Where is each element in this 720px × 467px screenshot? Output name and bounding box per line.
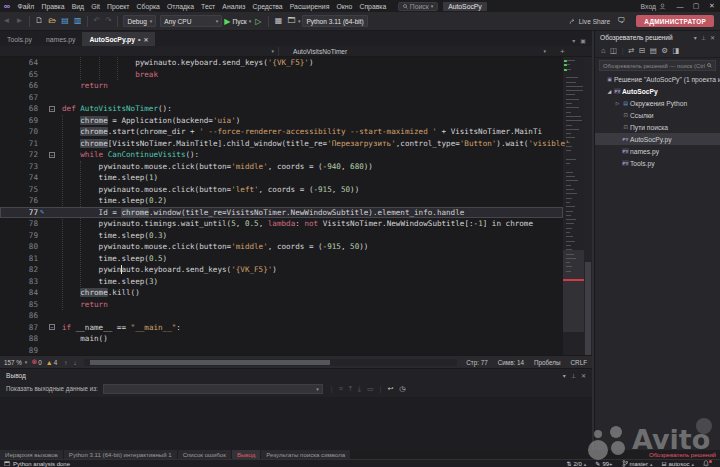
git-repo-selector[interactable]: ⊟ autosoc ▴ xyxy=(661,460,694,467)
code-line[interactable]: 87−if __name__ == "__main__": xyxy=(0,322,563,334)
menu-item[interactable]: Вид xyxy=(68,3,87,10)
new-file-icon[interactable]: 🗋 xyxy=(33,16,46,26)
panel-options-chevron-icon[interactable]: ▾ xyxy=(694,34,697,41)
save-icon[interactable]: ▤ xyxy=(59,16,72,26)
code-line[interactable]: 74 time.sleep(1) xyxy=(0,172,563,184)
go-next-message-icon[interactable]: ⤓ xyxy=(355,385,364,393)
vertical-scrollbar-thumb[interactable] xyxy=(585,262,591,355)
nav-member-dropdown[interactable]: AutoVisitsNoTimer ▾ xyxy=(278,47,550,56)
code-line[interactable]: 64 pywinauto.keyboard.send_keys('{VK_F5}… xyxy=(0,57,563,69)
code-line[interactable]: 75 pywinauto.mouse.click(button='left', … xyxy=(0,184,563,196)
code-line[interactable]: 69 chrome = Application(backend='uia') xyxy=(0,115,563,127)
start-without-debug-icon[interactable]: ▷ xyxy=(251,17,265,26)
show-all-files-icon[interactable]: ▤ xyxy=(650,46,657,55)
autoscroll-icon[interactable]: ◷ xyxy=(396,385,408,393)
menu-item[interactable]: Средства xyxy=(249,3,286,10)
menu-item[interactable]: Тест xyxy=(198,3,219,10)
tree-item[interactable]: ⊡Ссылки xyxy=(595,109,720,121)
menu-item[interactable]: Git xyxy=(88,3,104,10)
code-line[interactable]: 89 xyxy=(0,345,563,356)
code-line[interactable]: 79 time.sleep(0.3) xyxy=(0,230,563,242)
notifications-button[interactable] xyxy=(703,460,712,467)
solution-explorer-toolbar-icon[interactable]: ▦ xyxy=(272,16,285,26)
pin-icon[interactable]: ⊥ xyxy=(571,372,576,379)
warning-count[interactable]: 4 xyxy=(53,359,62,366)
maximize-button[interactable]: ▢ xyxy=(688,2,704,10)
preview-selected-icon[interactable]: ◨ xyxy=(673,46,680,55)
menu-item[interactable]: Правка xyxy=(38,3,68,10)
code-line[interactable]: 67 xyxy=(0,92,563,104)
code-line[interactable]: 80 pywinauto.mouse.click(button='middle'… xyxy=(0,241,563,253)
editor-tab[interactable]: AutoSocPy.py•✕ xyxy=(82,32,155,46)
menu-item[interactable]: Расширения xyxy=(286,3,333,10)
solution-name-badge[interactable]: AutoSocPy xyxy=(443,2,487,11)
tree-item[interactable]: PYAutoSocPy.py xyxy=(595,133,720,145)
position-segment[interactable]: Стр: 77 xyxy=(461,359,492,366)
code-line[interactable]: 77✎ Id = chrome.window(title_re=VisitsNo… xyxy=(0,207,563,219)
code-line[interactable]: 72− while CanContinueVisits(): xyxy=(0,149,563,161)
live-share-button[interactable]: Live Share xyxy=(569,18,611,25)
save-all-icon[interactable]: ▥ xyxy=(71,16,84,26)
next-issue-icon[interactable]: ↓ xyxy=(70,359,79,366)
sign-in-button[interactable]: Вход xyxy=(641,3,666,10)
position-segment[interactable]: Пробелы xyxy=(529,359,566,366)
code-line[interactable]: 68−def AutoVisitsNoTimer(): xyxy=(0,103,563,115)
properties-icon[interactable]: ⚙ xyxy=(661,46,668,55)
home-icon[interactable]: ⌂ xyxy=(601,46,606,55)
code-line[interactable]: 66 return xyxy=(0,80,563,92)
fold-collapse-icon[interactable]: − xyxy=(49,324,55,330)
undo-icon[interactable]: ↶ xyxy=(91,16,103,26)
close-panel-icon[interactable]: ✕ xyxy=(710,34,715,41)
tree-expander-icon[interactable]: ◢ xyxy=(606,89,613,94)
pending-edits-status[interactable]: ✎ 99+ xyxy=(595,460,612,467)
run-label[interactable]: Пуск xyxy=(230,18,248,25)
code-line[interactable]: 85 return xyxy=(0,299,563,311)
tree-item[interactable]: ▷▤Окружения Python xyxy=(595,97,720,109)
nav-type-dropdown[interactable]: ▾ xyxy=(0,47,278,56)
code-line[interactable]: 84 chrome.kill() xyxy=(0,287,563,299)
git-sync-status[interactable]: ⇅ 2/0 ▴ xyxy=(566,460,586,467)
find-message-icon[interactable]: ≡ xyxy=(336,385,346,392)
panel-options-chevron-icon[interactable]: ▾ xyxy=(563,372,566,379)
tree-expander-icon[interactable]: ▷ xyxy=(614,101,621,106)
code-line[interactable]: 88 main() xyxy=(0,333,563,345)
error-count[interactable]: 0 xyxy=(37,359,46,366)
panel-tab[interactable]: Результаты поиска символа xyxy=(261,450,350,459)
horizontal-scrollbar[interactable] xyxy=(84,359,458,366)
code-line[interactable]: 73 pywinauto.mouse.click(button='middle'… xyxy=(0,161,563,173)
panel-tab[interactable]: Python 3.11 (64-bit) интерактивный 1 xyxy=(64,450,177,459)
zoom-dropdown[interactable]: 157 %▾ xyxy=(0,359,31,366)
redo-icon[interactable]: ↷ xyxy=(103,16,115,26)
menu-item[interactable]: Проект xyxy=(103,3,133,10)
tab-list-chevron-icon[interactable]: ▾ xyxy=(572,37,575,44)
tree-item[interactable]: PYnames.py xyxy=(595,145,720,157)
code-line[interactable]: 71 chrome[VisitsNoTimer.MainTitle].child… xyxy=(0,138,563,150)
code-line[interactable]: 76 time.sleep(0.2) xyxy=(0,195,563,207)
switch-views-icon[interactable]: ◫ xyxy=(610,46,617,55)
git-branch-selector[interactable]: master ▴ xyxy=(622,460,653,467)
panel-tab[interactable]: Список ошибок xyxy=(178,450,231,459)
tree-item[interactable]: ▣Решение "AutoSocPy" (1 проекта из 1) xyxy=(595,73,720,85)
menu-item[interactable]: Отладка xyxy=(163,3,197,10)
menu-item[interactable]: Сборка xyxy=(133,3,163,10)
vertical-scrollbar[interactable] xyxy=(584,57,592,355)
clear-all-icon[interactable]: ▭ xyxy=(364,385,377,393)
menu-item[interactable]: Анализ xyxy=(219,3,249,10)
minimize-button[interactable]: — xyxy=(672,3,688,10)
code-editor[interactable]: 64 pywinauto.keyboard.send_keys('{VK_F5}… xyxy=(0,57,592,355)
code-line[interactable]: 70 chrome.start(chrome_dir + ' --force-r… xyxy=(0,126,563,138)
word-wrap-icon[interactable]: ↩ xyxy=(384,385,396,393)
open-folder-icon[interactable]: 🗁 xyxy=(46,16,59,26)
pin-icon[interactable]: ⊥ xyxy=(701,34,706,41)
tree-item[interactable]: ⊡Пути поиска xyxy=(595,121,720,133)
sidebar-bottom-tab[interactable]: Обозреватель решений xyxy=(649,451,720,458)
tree-item[interactable]: PYTools.py xyxy=(595,157,720,169)
layout-chevron-icon[interactable]: ▾ xyxy=(298,18,301,24)
add-view-icon[interactable]: + xyxy=(560,47,565,56)
menu-item[interactable]: Файл xyxy=(14,3,38,10)
panel-tab[interactable]: Иерархия вызовов xyxy=(0,450,63,459)
code-line[interactable]: 82 pywinauto.keyboard.send_keys('{VK_F5}… xyxy=(0,264,563,276)
prev-issue-icon[interactable]: ↑ xyxy=(61,359,70,366)
navigate-back-icon[interactable]: ◄ xyxy=(0,16,13,26)
float-window-icon[interactable]: ▣ xyxy=(580,37,586,44)
